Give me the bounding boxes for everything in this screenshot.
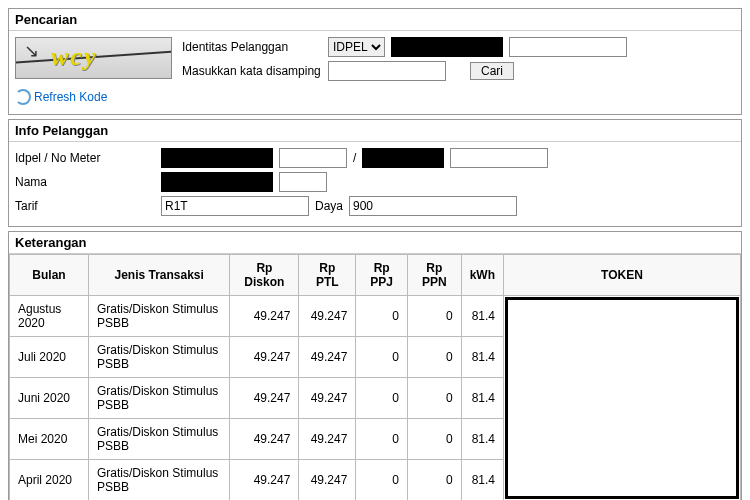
cell-ptl: 49.247 — [299, 378, 356, 419]
idpel-field-redacted[interactable] — [391, 37, 503, 57]
cell-jenis: Gratis/Diskon Stimulus PSBB — [88, 296, 229, 337]
cell-ptl: 49.247 — [299, 296, 356, 337]
nama-label: Nama — [15, 175, 155, 189]
info-section: Info Pelanggan Idpel / No Meter / Nama T… — [8, 119, 742, 227]
daya-input[interactable] — [349, 196, 517, 216]
captcha-input[interactable] — [328, 61, 446, 81]
cell-ppn: 0 — [407, 419, 461, 460]
cell-bulan: April 2020 — [10, 460, 89, 501]
tarif-input[interactable] — [161, 196, 309, 216]
cell-ppn: 0 — [407, 460, 461, 501]
meter-value-input[interactable] — [450, 148, 548, 168]
cell-bulan: Agustus 2020 — [10, 296, 89, 337]
keterangan-title: Keterangan — [9, 232, 741, 254]
captcha-text: wcy — [51, 42, 97, 72]
cell-ppn: 0 — [407, 378, 461, 419]
cell-ptl: 49.247 — [299, 419, 356, 460]
th-ptl: Rp PTL — [299, 255, 356, 296]
cell-ptl: 49.247 — [299, 460, 356, 501]
keterangan-section: Keterangan Bulan Jenis Transaksi Rp Disk… — [8, 231, 742, 500]
refresh-kode-link[interactable]: Refresh Kode — [15, 89, 107, 105]
cell-bulan: Juni 2020 — [10, 378, 89, 419]
idpel-select[interactable]: IDPEL — [328, 37, 385, 57]
cell-kwh: 81.4 — [461, 419, 503, 460]
th-kwh: kWh — [461, 255, 503, 296]
cell-diskon: 49.247 — [230, 296, 299, 337]
cell-jenis: Gratis/Diskon Stimulus PSBB — [88, 378, 229, 419]
th-ppj: Rp PPJ — [356, 255, 408, 296]
cell-kwh: 81.4 — [461, 337, 503, 378]
slash-separator: / — [353, 151, 356, 165]
pencarian-section: Pencarian ↘ wcy Identitas Pelanggan IDPE… — [8, 8, 742, 115]
cell-ppj: 0 — [356, 296, 408, 337]
cell-diskon: 49.247 — [230, 419, 299, 460]
cell-jenis: Gratis/Diskon Stimulus PSBB — [88, 337, 229, 378]
token-redacted-box — [505, 297, 739, 499]
th-bulan: Bulan — [10, 255, 89, 296]
cell-ppj: 0 — [356, 419, 408, 460]
refresh-label: Refresh Kode — [34, 90, 107, 104]
cell-token — [504, 296, 741, 501]
cell-kwh: 81.4 — [461, 460, 503, 501]
table-header-row: Bulan Jenis Transaksi Rp Diskon Rp PTL R… — [10, 255, 741, 296]
cell-ppj: 0 — [356, 337, 408, 378]
nama-value-input[interactable] — [279, 172, 327, 192]
table-row: Agustus 2020Gratis/Diskon Stimulus PSBB4… — [10, 296, 741, 337]
cell-bulan: Mei 2020 — [10, 419, 89, 460]
cell-bulan: Juli 2020 — [10, 337, 89, 378]
captcha-image: ↘ wcy — [15, 37, 172, 79]
th-jenis: Jenis Transaksi — [88, 255, 229, 296]
info-title: Info Pelanggan — [9, 120, 741, 142]
cell-diskon: 49.247 — [230, 460, 299, 501]
cell-jenis: Gratis/Diskon Stimulus PSBB — [88, 460, 229, 501]
cell-ppn: 0 — [407, 296, 461, 337]
idpel-value-redacted — [161, 148, 273, 168]
identitas-label: Identitas Pelanggan — [182, 40, 322, 54]
meter-value-redacted — [362, 148, 444, 168]
masukkan-label: Masukkan kata disamping — [182, 64, 322, 78]
pencarian-title: Pencarian — [9, 9, 741, 31]
idpel-meter-label: Idpel / No Meter — [15, 151, 155, 165]
th-token: TOKEN — [504, 255, 741, 296]
cari-button[interactable]: Cari — [470, 62, 514, 80]
nama-value-redacted — [161, 172, 273, 192]
cell-kwh: 81.4 — [461, 378, 503, 419]
cell-ppj: 0 — [356, 378, 408, 419]
cell-diskon: 49.247 — [230, 337, 299, 378]
th-diskon: Rp Diskon — [230, 255, 299, 296]
captcha-arrow-icon: ↘ — [24, 40, 39, 62]
refresh-icon — [15, 89, 31, 105]
tarif-label: Tarif — [15, 199, 155, 213]
idpel-extra-input[interactable] — [509, 37, 627, 57]
daya-label: Daya — [315, 199, 343, 213]
cell-ppj: 0 — [356, 460, 408, 501]
cell-kwh: 81.4 — [461, 296, 503, 337]
keterangan-table: Bulan Jenis Transaksi Rp Diskon Rp PTL R… — [9, 254, 741, 500]
cell-ptl: 49.247 — [299, 337, 356, 378]
cell-ppn: 0 — [407, 337, 461, 378]
th-ppn: Rp PPN — [407, 255, 461, 296]
cell-diskon: 49.247 — [230, 378, 299, 419]
idpel-value-input[interactable] — [279, 148, 347, 168]
cell-jenis: Gratis/Diskon Stimulus PSBB — [88, 419, 229, 460]
